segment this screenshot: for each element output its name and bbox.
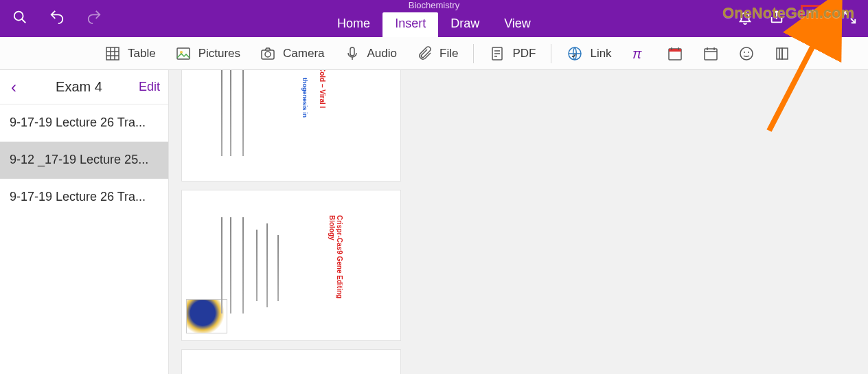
watermark-text: OneNoteGem.com xyxy=(722,4,854,22)
annotation-arrow xyxy=(0,0,868,374)
svg-line-34 xyxy=(769,38,817,131)
